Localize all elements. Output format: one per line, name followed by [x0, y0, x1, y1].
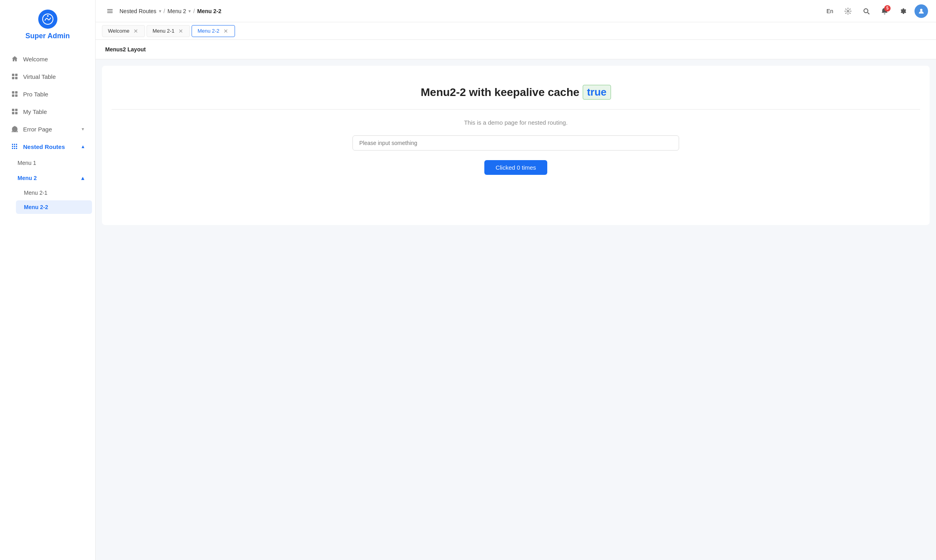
- svg-rect-8: [12, 94, 14, 97]
- error-page-chevron-icon: ▾: [82, 126, 84, 132]
- menu-2-chevron-icon: ▴: [81, 175, 84, 181]
- breadcrumb-menu-2-2-label: Menu 2-2: [197, 8, 221, 14]
- sidebar-item-my-table-label: My Table: [23, 108, 47, 115]
- table-icon-3: [11, 108, 18, 115]
- sidebar-item-menu-2-1-label: Menu 2-1: [24, 190, 47, 196]
- tab-menu-2-2-close[interactable]: ✕: [223, 28, 229, 34]
- tab-welcome-label: Welcome: [108, 28, 129, 34]
- svg-rect-10: [12, 109, 14, 111]
- svg-rect-23: [14, 148, 15, 149]
- breadcrumb-arrow-1: ▾: [159, 8, 161, 14]
- sidebar-item-pro-table[interactable]: Pro Table: [3, 86, 92, 102]
- svg-point-15: [14, 130, 15, 131]
- warning-icon: [11, 125, 18, 133]
- table-icon-2: [11, 90, 18, 98]
- tab-menu-2-2[interactable]: Menu 2-2 ✕: [192, 25, 235, 37]
- layout-label: Menus2 Layout: [96, 40, 936, 59]
- svg-rect-22: [12, 148, 13, 149]
- main-content: Nested Routes ▾ / Menu 2 ▾ / Menu 2-2 En: [96, 0, 936, 560]
- tab-menu-2-1[interactable]: Menu 2-1 ✕: [147, 25, 190, 37]
- content-main: Menu2-2 with keepalive cache true This i…: [102, 66, 930, 225]
- svg-point-29: [864, 9, 868, 13]
- sidebar-item-menu-1[interactable]: Menu 1: [10, 156, 92, 170]
- sidebar-item-menu-2[interactable]: Menu 2 ▴: [10, 171, 92, 185]
- sidebar-title: Super Admin: [25, 32, 70, 40]
- svg-point-30: [920, 9, 922, 11]
- tab-menu-2-2-label: Menu 2-2: [198, 28, 219, 34]
- sidebar-item-nested-routes[interactable]: Nested Routes ▴: [3, 138, 92, 155]
- svg-point-1: [47, 15, 49, 17]
- main-heading: Menu2-2 with keepalive cache true: [421, 85, 611, 100]
- nested-routes-submenu: Menu 1 Menu 2 ▴ Menu 2-1 Menu 2-2: [0, 156, 95, 214]
- table-icon-1: [11, 73, 18, 80]
- svg-rect-24: [16, 148, 17, 149]
- breadcrumb-nested-routes-label: Nested Routes: [119, 8, 157, 14]
- svg-rect-5: [15, 77, 18, 79]
- breadcrumb-sep-2: /: [193, 8, 195, 14]
- svg-rect-16: [12, 144, 13, 145]
- svg-rect-18: [16, 144, 17, 145]
- svg-rect-4: [12, 77, 14, 79]
- demo-description: This is a demo page for nested routing.: [464, 119, 568, 126]
- sidebar-item-error-page-label: Error Page: [23, 126, 52, 133]
- sidebar-item-my-table[interactable]: My Table: [3, 103, 92, 120]
- sidebar-item-virtual-table[interactable]: Virtual Table: [3, 68, 92, 85]
- menu-2-submenu: Menu 2-1 Menu 2-2: [6, 186, 95, 214]
- sidebar: Super Admin Welcome Virtual Table Pro Ta…: [0, 0, 96, 560]
- svg-rect-13: [15, 112, 18, 114]
- collapse-sidebar-button[interactable]: [104, 5, 116, 18]
- demo-input[interactable]: [352, 135, 679, 151]
- tab-menu-2-1-close[interactable]: ✕: [178, 28, 184, 34]
- tabs-bar: Welcome ✕ Menu 2-1 ✕ Menu 2-2 ✕: [96, 22, 936, 40]
- sidebar-item-menu-1-label: Menu 1: [18, 160, 36, 166]
- heading-pre-text: Menu2-2 with keepalive cache: [421, 86, 579, 99]
- topbar-actions: En 5: [823, 4, 928, 18]
- settings-button[interactable]: [896, 4, 910, 18]
- sidebar-item-menu-2-2-label: Menu 2-2: [24, 204, 48, 210]
- language-selector[interactable]: En: [823, 6, 836, 16]
- breadcrumb-menu-2-2: Menu 2-2: [197, 8, 221, 14]
- svg-rect-21: [16, 146, 17, 147]
- home-icon: [11, 55, 18, 63]
- svg-rect-3: [15, 74, 18, 76]
- topbar: Nested Routes ▾ / Menu 2 ▾ / Menu 2-2 En: [96, 0, 936, 22]
- svg-rect-9: [15, 94, 18, 97]
- click-count-button[interactable]: Clicked 0 times: [484, 160, 547, 175]
- sidebar-item-menu-2-1[interactable]: Menu 2-1: [16, 186, 92, 200]
- breadcrumb-nested-routes[interactable]: Nested Routes ▾: [119, 8, 161, 14]
- tab-welcome-close[interactable]: ✕: [133, 28, 139, 34]
- notifications-button[interactable]: 5: [878, 4, 891, 18]
- svg-rect-25: [107, 9, 113, 10]
- sidebar-item-virtual-table-label: Virtual Table: [23, 73, 56, 80]
- user-avatar[interactable]: [914, 4, 928, 18]
- svg-rect-11: [15, 109, 18, 111]
- svg-rect-2: [12, 74, 14, 76]
- breadcrumb-menu-2-label: Menu 2: [168, 8, 186, 14]
- svg-rect-26: [107, 11, 113, 12]
- sidebar-item-menu-2-label: Menu 2: [18, 175, 37, 181]
- content-area: Menus2 Layout Menu2-2 with keepalive cac…: [96, 40, 936, 560]
- sidebar-item-welcome[interactable]: Welcome: [3, 51, 92, 67]
- sidebar-logo: Super Admin: [0, 0, 95, 47]
- breadcrumb-menu-2[interactable]: Menu 2 ▾: [168, 8, 191, 14]
- svg-rect-27: [107, 12, 113, 13]
- sidebar-item-error-page[interactable]: Error Page ▾: [3, 121, 92, 137]
- breadcrumb: Nested Routes ▾ / Menu 2 ▾ / Menu 2-2: [119, 8, 820, 14]
- svg-rect-7: [15, 91, 18, 94]
- sidebar-item-nested-routes-label: Nested Routes: [23, 143, 65, 150]
- sidebar-item-welcome-label: Welcome: [23, 56, 48, 63]
- svg-point-28: [847, 10, 850, 12]
- sidebar-item-menu-2-2[interactable]: Menu 2-2: [16, 200, 92, 214]
- search-button[interactable]: [860, 4, 873, 18]
- breadcrumb-sep-1: /: [164, 8, 165, 14]
- tab-menu-2-1-label: Menu 2-1: [153, 28, 174, 34]
- svg-rect-6: [12, 91, 14, 94]
- svg-rect-20: [14, 146, 15, 147]
- svg-rect-12: [12, 112, 14, 114]
- svg-rect-19: [12, 146, 13, 147]
- sidebar-item-pro-table-label: Pro Table: [23, 91, 48, 98]
- tab-welcome[interactable]: Welcome ✕: [102, 25, 145, 37]
- nested-routes-chevron-icon: ▴: [82, 144, 84, 149]
- breadcrumb-arrow-2: ▾: [188, 8, 191, 14]
- theme-toggle-button[interactable]: [841, 4, 855, 18]
